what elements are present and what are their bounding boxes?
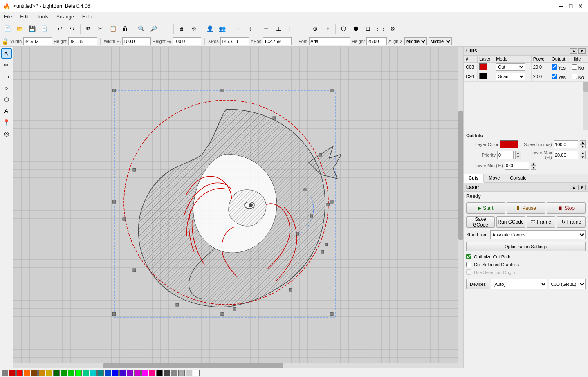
- font-input[interactable]: [309, 37, 350, 45]
- table-row[interactable]: C03 CutScanScan+Cut 20.0 Yes No: [464, 63, 588, 72]
- palette-color-12[interactable]: [90, 370, 97, 376]
- auto-select[interactable]: (Auto): [491, 279, 547, 289]
- rect-tool[interactable]: ▭: [1, 71, 12, 82]
- menu-file[interactable]: File: [0, 13, 16, 20]
- minimize-button[interactable]: ─: [557, 2, 565, 10]
- layer-color-swatch[interactable]: [500, 140, 518, 148]
- save-gcode-button[interactable]: Save GCode: [466, 216, 495, 228]
- tab-move[interactable]: Move: [484, 174, 505, 182]
- polygon-tool[interactable]: ⬠: [1, 94, 12, 105]
- palette-color-16[interactable]: [119, 370, 126, 376]
- fonth-input[interactable]: [366, 37, 387, 45]
- hide-check-c03[interactable]: [572, 64, 577, 70]
- paste-button[interactable]: 📋: [107, 23, 119, 34]
- monitor-button[interactable]: 🖥: [176, 23, 187, 34]
- laser-shrink-button[interactable]: ▲: [570, 185, 577, 190]
- align-center-button[interactable]: ⊥: [273, 23, 284, 34]
- align-left-button[interactable]: ⊣: [260, 23, 272, 34]
- menu-edit[interactable]: Edit: [16, 13, 33, 20]
- ellipse-tool[interactable]: ○: [1, 83, 12, 93]
- align-middle-button[interactable]: ⊕: [310, 23, 321, 34]
- layer-output-c24[interactable]: Yes: [550, 72, 570, 81]
- save-as-button[interactable]: 📑: [38, 23, 50, 34]
- select-tool[interactable]: ↖: [1, 48, 12, 59]
- palette-color-23[interactable]: [171, 370, 177, 376]
- palette-color-9[interactable]: [68, 370, 74, 376]
- xpos-input[interactable]: [220, 37, 249, 45]
- hide-check-c24[interactable]: [572, 74, 577, 79]
- layer-output-c03[interactable]: Yes: [550, 63, 570, 72]
- zoom-in-button[interactable]: 🔍: [135, 23, 147, 34]
- settings-button[interactable]: ⚙: [387, 23, 398, 34]
- cut-button[interactable]: ✂: [95, 23, 106, 34]
- close-button[interactable]: ✕: [577, 2, 585, 10]
- tab-cuts[interactable]: Cuts: [464, 174, 484, 183]
- save-button[interactable]: 💾: [26, 23, 38, 34]
- new-file-button[interactable]: 📄: [2, 23, 13, 34]
- palette-color-8[interactable]: [61, 370, 67, 376]
- cut-selected-check[interactable]: [466, 262, 471, 267]
- position-tool[interactable]: 📍: [1, 117, 12, 128]
- power-max-up-button[interactable]: ▲: [580, 151, 586, 155]
- menu-tools[interactable]: Tools: [33, 13, 52, 20]
- start-button[interactable]: ▶ Start: [466, 202, 505, 214]
- palette-color-17[interactable]: [127, 370, 133, 376]
- palette-color-26[interactable]: [193, 370, 200, 376]
- palette-color-1[interactable]: [9, 370, 16, 376]
- palette-color-11[interactable]: [83, 370, 89, 376]
- palette-color-19[interactable]: [141, 370, 148, 376]
- user-add-button[interactable]: 👤: [204, 23, 215, 34]
- redo-button[interactable]: ↪: [67, 23, 78, 34]
- maximize-button[interactable]: □: [567, 2, 575, 10]
- tab-console[interactable]: Console: [505, 174, 532, 182]
- palette-color-22[interactable]: [164, 370, 170, 376]
- zoom-select-button[interactable]: ⬚: [160, 23, 171, 34]
- ypos-input[interactable]: [263, 37, 292, 45]
- palette-color-7[interactable]: [53, 370, 60, 376]
- alignx-select[interactable]: MiddleLeftRight: [404, 37, 427, 45]
- align-top-button[interactable]: ⊤: [297, 23, 309, 34]
- power-max-input[interactable]: [554, 151, 578, 159]
- palette-color-0[interactable]: [2, 370, 8, 376]
- use-selection-origin-check[interactable]: [466, 269, 471, 275]
- layer-color-c03[interactable]: [478, 63, 494, 72]
- delete-button[interactable]: 🗑: [119, 23, 131, 34]
- stop-button[interactable]: ⏹ Stop: [547, 202, 586, 214]
- open-file-button[interactable]: 📂: [14, 23, 25, 34]
- pause-button[interactable]: ⏸ Pause: [507, 202, 545, 214]
- trace-tool[interactable]: ◎: [1, 128, 12, 139]
- edit-nodes-tool[interactable]: ✏: [1, 60, 12, 70]
- aligny-select[interactable]: MiddleTopBottom: [429, 37, 452, 45]
- undo-button[interactable]: ↩: [54, 23, 66, 34]
- priority-down-button[interactable]: ▼: [515, 155, 521, 159]
- priority-up-button[interactable]: ▲: [515, 151, 521, 155]
- palette-color-24[interactable]: [178, 370, 185, 376]
- power-min-up-button[interactable]: ▲: [531, 162, 536, 166]
- ungroup-button[interactable]: ⬢: [350, 23, 361, 34]
- palette-color-15[interactable]: [112, 370, 119, 376]
- flip-v-button[interactable]: ↕: [245, 23, 256, 34]
- output-check-c24[interactable]: [552, 74, 557, 79]
- mode-select-c24[interactable]: CutScanScan+Cut: [496, 73, 525, 80]
- layer-color-c24[interactable]: [478, 72, 494, 81]
- palette-color-14[interactable]: [105, 370, 111, 376]
- palette-color-5[interactable]: [38, 370, 45, 376]
- height-pct-input[interactable]: [173, 37, 201, 45]
- panel-shrink-button[interactable]: ▲: [570, 48, 577, 54]
- palette-color-6[interactable]: [46, 370, 52, 376]
- palette-color-4[interactable]: [31, 370, 38, 376]
- layer-mode-c24[interactable]: CutScanScan+Cut: [494, 72, 532, 81]
- panel-expand-button[interactable]: ▼: [578, 48, 586, 54]
- array-button[interactable]: ⊞: [362, 23, 374, 34]
- horizontal-scrollbar[interactable]: [13, 363, 463, 368]
- devices-button[interactable]: Devices: [466, 279, 489, 289]
- text-tool[interactable]: A: [1, 105, 12, 116]
- priority-input[interactable]: [497, 151, 514, 159]
- frame2-button[interactable]: ↻ Frame: [557, 216, 586, 228]
- power-max-down-button[interactable]: ▼: [580, 155, 586, 159]
- speed-down-button[interactable]: ▼: [580, 144, 586, 148]
- zoom-out-button[interactable]: 🔎: [148, 23, 159, 34]
- mode-select-c03[interactable]: CutScanScan+Cut: [496, 63, 525, 71]
- vertical-scrollbar[interactable]: [458, 47, 463, 368]
- canvas-area[interactable]: [13, 47, 463, 368]
